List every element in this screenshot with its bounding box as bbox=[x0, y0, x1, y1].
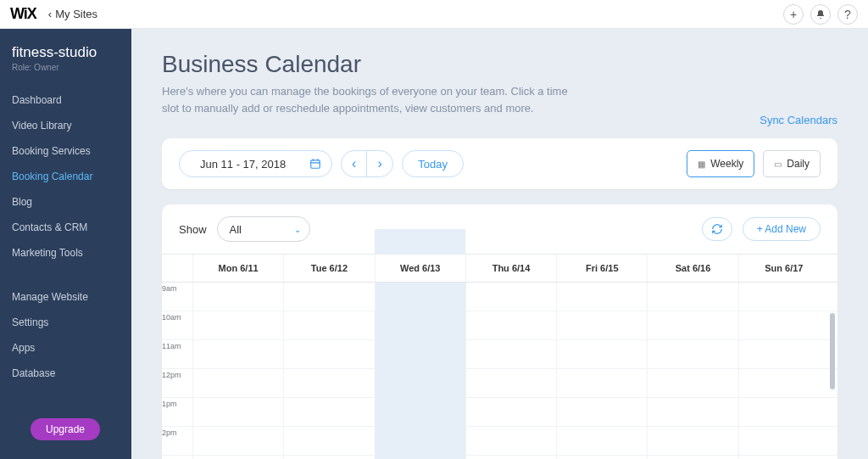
calendar-toolbar: Jun 11 - 17, 2018 ‹ › Today ▦ Weekly ▭ D… bbox=[162, 138, 837, 189]
time-slot[interactable] bbox=[738, 283, 829, 311]
time-slot[interactable] bbox=[556, 369, 647, 397]
time-slot[interactable] bbox=[738, 456, 829, 459]
next-week-button[interactable]: › bbox=[367, 151, 392, 176]
time-slot[interactable] bbox=[283, 427, 374, 455]
time-slot[interactable] bbox=[556, 311, 647, 339]
bell-icon[interactable] bbox=[810, 4, 831, 25]
time-slot[interactable] bbox=[192, 340, 283, 368]
time-slot[interactable] bbox=[556, 427, 647, 455]
time-slot[interactable] bbox=[556, 456, 647, 459]
date-range-picker[interactable]: Jun 11 - 17, 2018 bbox=[179, 150, 332, 177]
main-content: Business Calendar Here's where you can m… bbox=[131, 29, 868, 459]
layout: fitness-studio Role: Owner Dashboard Vid… bbox=[0, 29, 868, 459]
time-slot[interactable] bbox=[465, 311, 556, 339]
daily-view-button[interactable]: ▭ Daily bbox=[763, 150, 821, 177]
time-slot[interactable] bbox=[283, 398, 374, 426]
time-row: 2pm bbox=[162, 427, 837, 456]
time-label: 2pm bbox=[162, 427, 192, 455]
grid-icon: ▦ bbox=[698, 160, 705, 169]
show-label: Show bbox=[179, 223, 207, 236]
time-grid[interactable]: 9am 10am 11am 12pm bbox=[162, 283, 837, 459]
page-title: Business Calendar bbox=[162, 51, 837, 78]
sidebar-item-blog[interactable]: Blog bbox=[0, 189, 131, 215]
sidebar-item-apps[interactable]: Apps bbox=[0, 335, 131, 361]
calendar-header: Show All ⌄ + Add New bbox=[162, 204, 837, 254]
today-button[interactable]: Today bbox=[402, 150, 464, 177]
time-row: 10am bbox=[162, 311, 837, 340]
time-slot[interactable] bbox=[283, 456, 374, 459]
time-slot[interactable] bbox=[192, 456, 283, 459]
time-slot[interactable] bbox=[283, 369, 374, 397]
time-slot[interactable] bbox=[738, 340, 829, 368]
day-header: Tue 6/12 bbox=[283, 255, 374, 282]
time-slot[interactable] bbox=[192, 369, 283, 397]
time-label: 12pm bbox=[162, 369, 192, 397]
scrollbar[interactable] bbox=[830, 313, 835, 389]
time-slot[interactable] bbox=[465, 456, 556, 459]
time-slot[interactable] bbox=[647, 427, 737, 455]
chevron-down-icon: ⌄ bbox=[294, 225, 301, 234]
sidebar-item-settings[interactable]: Settings bbox=[0, 310, 131, 335]
time-slot[interactable] bbox=[465, 398, 556, 426]
time-slot[interactable] bbox=[192, 283, 283, 311]
plus-icon[interactable]: + bbox=[783, 4, 804, 25]
time-slot[interactable] bbox=[465, 283, 556, 311]
time-slot[interactable] bbox=[192, 427, 283, 455]
time-slot[interactable] bbox=[556, 340, 647, 368]
time-slot[interactable] bbox=[465, 427, 556, 455]
time-label: 11am bbox=[162, 340, 192, 368]
sidebar-item-booking-services[interactable]: Booking Services bbox=[0, 138, 131, 164]
time-slot[interactable] bbox=[192, 311, 283, 339]
time-slot[interactable] bbox=[738, 369, 829, 397]
time-slot[interactable] bbox=[283, 340, 374, 368]
time-slot[interactable] bbox=[647, 311, 737, 339]
site-name: fitness-studio bbox=[0, 44, 131, 61]
time-slot[interactable] bbox=[465, 340, 556, 368]
time-label: 1pm bbox=[162, 398, 192, 426]
sidebar-item-video-library[interactable]: Video Library bbox=[0, 113, 131, 138]
date-range-text: Jun 11 - 17, 2018 bbox=[180, 158, 299, 171]
weekly-view-button[interactable]: ▦ Weekly bbox=[687, 150, 754, 177]
day-header: Sat 6/16 bbox=[647, 255, 737, 282]
sidebar-item-marketing-tools[interactable]: Marketing Tools bbox=[0, 240, 131, 266]
time-slot[interactable] bbox=[647, 456, 737, 459]
sidebar-item-manage-website[interactable]: Manage Website bbox=[0, 284, 131, 310]
sidebar-item-contacts-crm[interactable]: Contacts & CRM bbox=[0, 215, 131, 240]
time-slot[interactable] bbox=[465, 369, 556, 397]
filter-select[interactable]: All ⌄ bbox=[217, 216, 310, 242]
sidebar-item-booking-calendar[interactable]: Booking Calendar bbox=[0, 164, 131, 189]
upgrade-wrap: Upgrade bbox=[0, 418, 131, 459]
time-slot[interactable] bbox=[647, 283, 737, 311]
time-slot[interactable] bbox=[283, 311, 374, 339]
refresh-button[interactable] bbox=[702, 217, 732, 241]
time-slot[interactable] bbox=[738, 427, 829, 455]
help-icon[interactable]: ? bbox=[837, 4, 858, 25]
sidebar: fitness-studio Role: Owner Dashboard Vid… bbox=[0, 29, 131, 459]
time-slot[interactable] bbox=[192, 398, 283, 426]
sidebar-item-database[interactable]: Database bbox=[0, 361, 131, 386]
time-slot[interactable] bbox=[375, 283, 465, 311]
day-header: Sun 6/17 bbox=[738, 255, 829, 282]
calendar-grid: Mon 6/11 Tue 6/12 Wed 6/13 Thu 6/14 Fri … bbox=[162, 254, 837, 459]
day-header: Mon 6/11 bbox=[192, 255, 283, 282]
add-new-button[interactable]: + Add New bbox=[743, 217, 821, 241]
svg-rect-0 bbox=[311, 160, 320, 168]
time-slot[interactable] bbox=[556, 398, 647, 426]
time-slot[interactable] bbox=[738, 311, 829, 339]
daily-label: Daily bbox=[787, 158, 810, 170]
time-slot[interactable] bbox=[647, 369, 737, 397]
time-slot[interactable] bbox=[556, 283, 647, 311]
sync-calendars-link[interactable]: Sync Calendars bbox=[760, 114, 837, 126]
sidebar-item-dashboard[interactable]: Dashboard bbox=[0, 87, 131, 113]
time-slot[interactable] bbox=[738, 398, 829, 426]
time-slot[interactable] bbox=[647, 340, 737, 368]
upgrade-button[interactable]: Upgrade bbox=[31, 418, 100, 440]
time-row: 3pm bbox=[162, 456, 837, 459]
wix-logo[interactable]: WiX bbox=[10, 5, 36, 23]
calendar-panel: Show All ⌄ + Add New Mon 6/11 Tue 6/12 W bbox=[162, 204, 837, 459]
day-icon: ▭ bbox=[774, 160, 782, 169]
prev-week-button[interactable]: ‹ bbox=[342, 151, 367, 176]
my-sites-link[interactable]: ‹ My Sites bbox=[48, 8, 97, 20]
time-slot[interactable] bbox=[647, 398, 737, 426]
time-slot[interactable] bbox=[283, 283, 374, 311]
